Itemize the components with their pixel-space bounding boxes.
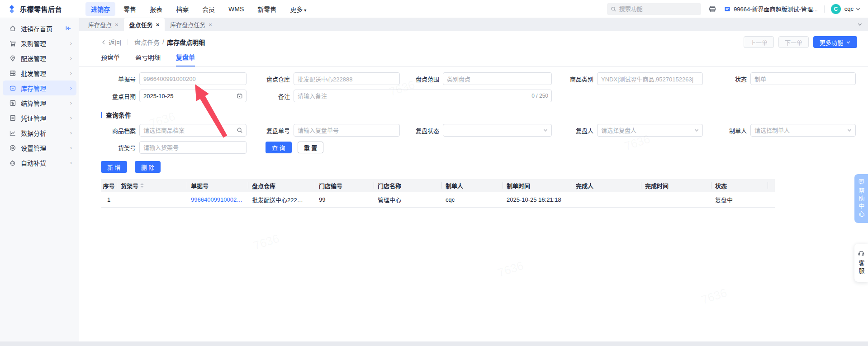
next-doc-button[interactable]: 下一单	[778, 36, 809, 48]
customer-service-label: 客服	[857, 260, 866, 275]
sidebar-item-delivery[interactable]: 配送管理 ›	[3, 51, 76, 66]
recount-status-select[interactable]	[443, 124, 552, 137]
search-button[interactable]: 查 询	[266, 142, 292, 153]
sidebar-item-label: 数据分析	[21, 128, 46, 137]
global-search[interactable]	[607, 3, 701, 15]
delete-button[interactable]: 删 除	[135, 161, 161, 173]
stack-icon	[9, 70, 16, 77]
recounter-select[interactable]	[597, 124, 703, 137]
col-create-time: 制单时间	[503, 179, 572, 192]
divider	[824, 5, 825, 13]
cell-doc-no-link[interactable]: 99664009910002…	[187, 196, 248, 203]
collapse-sidebar-icon[interactable]	[65, 25, 72, 32]
map-pin-icon	[9, 55, 16, 62]
nav-item-lingshou[interactable]: 零售	[118, 2, 142, 16]
sidebar-item-inventory[interactable]: 库存管理 ›	[3, 81, 76, 95]
breadcrumb-parent[interactable]: 盘点任务	[134, 38, 160, 47]
scope-input[interactable]	[443, 72, 552, 85]
remark-input[interactable]	[294, 90, 552, 102]
nav-item-huiyuan[interactable]: 会员	[197, 2, 220, 16]
nav-item-baobiao[interactable]: 报表	[144, 2, 168, 16]
sidebar-item-settlement[interactable]: 结算管理 ›	[3, 95, 76, 110]
nav-item-xinlingshou[interactable]: 新零售	[252, 2, 282, 16]
more-functions-button[interactable]: 更多功能	[813, 36, 857, 48]
add-button[interactable]: 新 增	[101, 161, 127, 173]
field-recount-status: 复盘状态	[400, 124, 552, 137]
tab-count-task[interactable]: 盘点任务 ×	[124, 18, 165, 31]
recount-status-label: 复盘状态	[400, 126, 443, 135]
close-icon[interactable]: ×	[156, 21, 160, 28]
print-button[interactable]	[708, 5, 716, 13]
chevron-down-icon[interactable]	[855, 6, 861, 12]
sidebar-item-purchase[interactable]: 采购管理 ›	[3, 36, 76, 51]
field-count-date: 盘点日期	[101, 90, 247, 102]
dollar-square-icon	[9, 100, 16, 107]
remark-label: 备注	[247, 92, 294, 100]
chevron-right-icon: ›	[70, 129, 72, 136]
creator-select[interactable]	[750, 124, 856, 137]
col-shelf-no[interactable]: 货架号	[117, 179, 187, 192]
field-status: 状态	[703, 72, 856, 85]
document-icon	[9, 114, 16, 122]
cell-warehouse: 批发配送中心222…	[248, 195, 315, 204]
more-functions-label: 更多功能	[820, 38, 843, 47]
cell-store-code: 99	[315, 196, 374, 203]
username: cqc	[844, 5, 854, 12]
chevron-right-icon: ›	[70, 40, 72, 47]
recount-no-label: 复盘单号	[247, 126, 294, 135]
tab-recount[interactable]: 复盘单	[176, 52, 195, 66]
tab-pre-count[interactable]: 预盘单	[101, 52, 120, 66]
count-date-input[interactable]	[139, 90, 247, 102]
cell-creator: cqc	[441, 196, 503, 203]
avatar[interactable]: C	[831, 4, 841, 14]
status-label: 状态	[703, 75, 750, 83]
tab-inventory-count-task[interactable]: 库存盘点任务 ×	[165, 18, 218, 31]
chart-line-icon	[9, 129, 16, 137]
sidebar-item-settings[interactable]: 设置管理 ›	[3, 140, 76, 155]
section-bar	[101, 112, 102, 118]
field-recounter: 复盘人	[552, 124, 703, 137]
table-row[interactable]: 1 99664009910002… 批发配送中心222… 99 管理中心 cqc…	[101, 192, 775, 208]
status-input[interactable]	[750, 72, 856, 85]
chevron-right-icon: ›	[70, 70, 72, 76]
logo-icon	[7, 5, 16, 14]
sidebar-item-analytics[interactable]: 数据分析 ›	[3, 125, 76, 140]
back-button[interactable]: 返回	[101, 38, 121, 47]
recount-no-input[interactable]	[294, 124, 400, 137]
shelf-no-input[interactable]	[139, 141, 247, 154]
reset-button[interactable]: 重 置	[298, 142, 324, 153]
sidebar-item-home[interactable]: 进销存首页	[3, 21, 76, 36]
recounter-label: 复盘人	[552, 126, 597, 135]
close-icon[interactable]: ×	[115, 21, 119, 28]
sidebar-item-wholesale[interactable]: 批发管理 ›	[3, 66, 76, 81]
tabs-collapse-button[interactable]	[852, 18, 868, 31]
tab-label: 盘点任务	[129, 20, 153, 29]
doc-no-input[interactable]	[139, 72, 247, 85]
field-scope: 盘点范围	[400, 72, 552, 85]
sidebar-item-label: 设置管理	[21, 143, 46, 152]
search-input[interactable]	[619, 5, 697, 12]
sort-icon[interactable]	[140, 183, 144, 188]
product-archive-input[interactable]	[139, 124, 247, 137]
category-label: 商品类别	[552, 75, 597, 83]
nav-item-more[interactable]: 更多▾	[285, 2, 312, 16]
tab-profit-loss-detail[interactable]: 盈亏明细	[135, 52, 161, 66]
nav-item-dangan[interactable]: 档案	[171, 2, 194, 16]
tab-inventory-count[interactable]: 库存盘点 ×	[83, 18, 124, 31]
recount-table: 序号 货架号 单据号 盘点仓库 门店编号 门店名称 制单人 制单时间 完成人 完…	[101, 179, 775, 208]
customer-service-button[interactable]: 客服	[854, 244, 868, 282]
tenant-switcher[interactable]: 99664-新界面商超版测试-管理...	[724, 5, 818, 13]
sidebar-item-voucher[interactable]: 凭证管理 ›	[3, 110, 76, 125]
nav-item-jinxiaocun[interactable]: 进销存	[85, 2, 115, 16]
close-icon[interactable]: ×	[209, 21, 212, 28]
document-form: 单据号 盘点仓库 盘点范围 商品类别 状态 盘点日期	[101, 72, 857, 102]
help-center-button[interactable]: 帮助中心	[854, 174, 868, 223]
warehouse-input[interactable]	[294, 72, 400, 85]
prev-doc-button[interactable]: 上一单	[744, 36, 774, 48]
main-nav: 进销存 零售 报表 档案 会员 WMS 新零售 更多▾	[85, 2, 312, 16]
category-input[interactable]	[597, 72, 703, 85]
sidebar-item-auto-replenish[interactable]: 自动补货 ›	[3, 155, 76, 170]
nav-item-wms[interactable]: WMS	[223, 3, 249, 15]
query-section-title: 查询条件	[101, 110, 857, 119]
chevron-right-icon: ›	[70, 55, 72, 62]
